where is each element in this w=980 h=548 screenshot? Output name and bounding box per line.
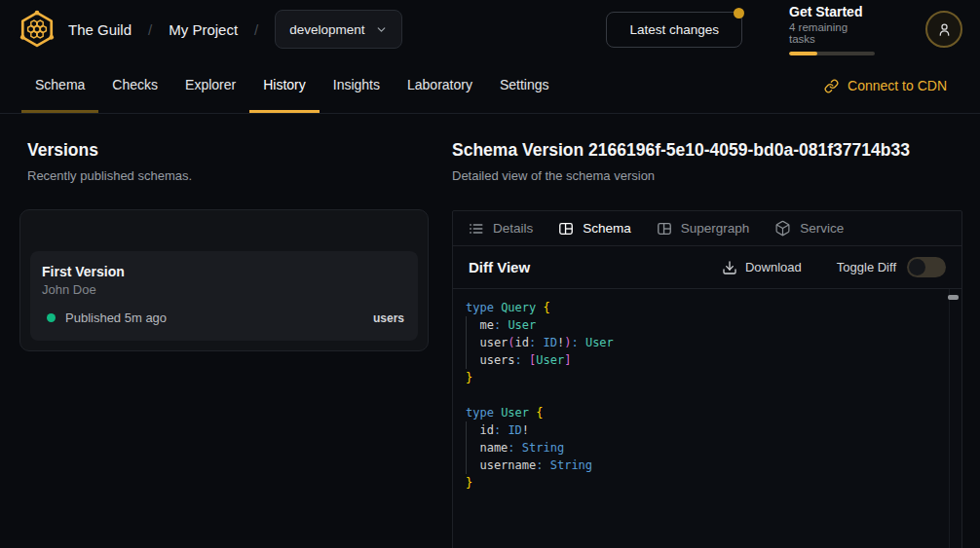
version-status: Published 5m ago [65,311,167,325]
columns-icon [558,221,574,237]
breadcrumb-separator: / [254,21,258,38]
tab-insights[interactable]: Insights [320,58,394,113]
tab-checks[interactable]: Checks [98,58,171,113]
tab-label: Settings [500,77,549,92]
detail-tab-schema[interactable]: Schema [558,221,631,237]
service-badge: users [373,311,404,325]
columns-icon [657,221,672,237]
detail-tab-label: Details [493,221,533,236]
latest-changes-label: Latest changes [629,22,719,37]
download-button[interactable]: Download [722,260,802,275]
progress-fill [789,52,817,55]
versions-list-card: First Version John Doe Published 5m ago … [19,209,429,351]
version-detail-subtitle: Detailed view of the schema version [452,166,962,185]
version-title: First Version [42,264,404,279]
indent-guide [466,316,467,369]
tab-explorer[interactable]: Explorer [171,58,249,113]
tab-label: History [263,77,306,92]
detail-tabs: Details Schema Sup [453,211,961,246]
toolbar-actions: Download Toggle Diff [722,257,946,277]
cube-icon [774,220,791,237]
breadcrumb: The Guild / My Project / [68,21,258,38]
connect-to-cdn-label: Connect to CDN [848,78,947,93]
tab-settings[interactable]: Settings [486,58,563,113]
detail-tab-supergraph[interactable]: Supergraph [657,221,750,237]
detail-tab-label: Service [800,221,844,236]
get-started-widget[interactable]: Get Started 4 remaining tasks [789,4,875,55]
download-label: Download [745,260,802,274]
chevron-down-icon [375,23,388,36]
tab-label: Schema [35,77,85,92]
get-started-progressbar [789,52,875,55]
schema-viewer-panel: Details Schema Sup [452,210,962,548]
user-icon [936,21,953,38]
published-dot-icon [47,313,56,322]
link-icon [824,79,839,93]
breadcrumb-project[interactable]: My Project [169,21,238,38]
version-author: John Doe [42,282,404,297]
tab-label: Checks [112,77,158,92]
versions-subtitle: Recently published schemas. [27,166,448,185]
diff-toolbar: Diff View Download Toggle Diff [453,246,961,289]
detail-tab-label: Supergraph [681,221,750,236]
version-list-item[interactable]: First Version John Doe Published 5m ago … [30,251,418,341]
hive-logo-icon[interactable] [18,10,57,49]
version-meta-row: Published 5m ago users [42,311,404,325]
toggle-diff-label: Toggle Diff [837,260,896,274]
connect-to-cdn-button[interactable]: Connect to CDN [824,58,947,113]
breadcrumb-org[interactable]: The Guild [68,21,132,38]
toggle-diff-switch[interactable] [907,257,946,277]
toggle-knob [909,259,925,275]
main-nav: Schema Checks Explorer History Insights … [0,58,980,114]
target-selector-value: development [289,22,364,37]
download-icon [722,260,737,275]
tab-label: Explorer [185,77,236,92]
version-detail-title: Schema Version 2166196f-5e10-4059-bd0a-0… [452,139,962,161]
avatar[interactable] [925,11,962,48]
get-started-subtitle: 4 remaining tasks [789,21,875,45]
versions-title: Versions [27,139,448,161]
tab-schema[interactable]: Schema [21,58,98,113]
editor-scrollbar-track [949,289,961,548]
indent-guide [466,421,467,474]
detail-tab-details[interactable]: Details [469,221,533,237]
app-header: The Guild / My Project / development Lat… [0,0,980,58]
diff-view-title: Diff View [469,259,530,275]
breadcrumb-separator: / [148,21,152,38]
code-editor[interactable]: type Query { me: User user(id: ID!): Use… [453,289,961,548]
tab-laboratory[interactable]: Laboratory [394,58,486,113]
tab-label: Insights [333,77,380,92]
editor-scrollbar-thumb[interactable] [948,295,959,300]
toggle-diff-control: Toggle Diff [837,257,946,277]
detail-tab-label: Schema [583,221,631,236]
latest-changes-button[interactable]: Latest changes [606,12,742,48]
version-detail-panel: Schema Version 2166196f-5e10-4059-bd0a-0… [452,114,962,548]
get-started-title: Get Started [789,4,875,19]
list-icon [469,221,484,237]
tab-history[interactable]: History [249,58,320,113]
code-lines: type Query { me: User user(id: ID!): Use… [466,299,961,492]
main-content: Versions Recently published schemas. Fir… [0,114,980,548]
target-selector[interactable]: development [275,10,401,49]
notification-dot [734,8,744,18]
detail-tab-service[interactable]: Service [774,220,844,237]
tab-label: Laboratory [407,77,472,92]
versions-panel: Versions Recently published schemas. Fir… [0,114,448,351]
